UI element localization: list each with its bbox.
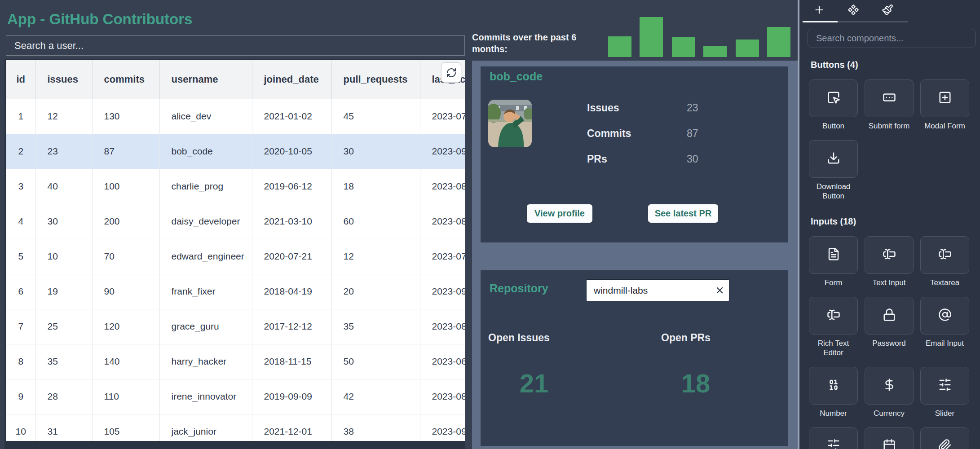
component-card-slider[interactable] bbox=[920, 367, 969, 405]
user-card: bob_code Issues 23 Commits bbox=[481, 66, 788, 242]
table-cell: alice_dev bbox=[159, 99, 252, 134]
component-item: Slider bbox=[920, 367, 969, 427]
column-header-joined_date[interactable]: joined_date bbox=[252, 60, 331, 99]
table-cell: 35 bbox=[35, 344, 92, 379]
component-card-modal-form[interactable] bbox=[920, 79, 969, 117]
component-label: Form bbox=[825, 278, 843, 287]
table-cell: bob_code bbox=[159, 134, 252, 169]
table-cell: 2019-06-12 bbox=[252, 169, 331, 204]
table-cell: 9 bbox=[6, 379, 35, 414]
file-text-icon bbox=[827, 247, 840, 263]
component-card-more[interactable] bbox=[809, 427, 858, 449]
at-sign-icon bbox=[938, 308, 952, 323]
component-card-password[interactable] bbox=[865, 297, 914, 335]
component-card-download-button[interactable] bbox=[809, 140, 858, 178]
table-row[interactable]: 725120grace_guru2017-12-12352023-08 bbox=[6, 309, 465, 344]
component-card-number[interactable] bbox=[809, 367, 858, 405]
view-profile-button[interactable]: View profile bbox=[527, 204, 592, 223]
table-cell: edward_engineer bbox=[159, 239, 252, 274]
table-row[interactable]: 51070edward_engineer2020-07-21122023-07 bbox=[6, 239, 465, 274]
table-cell: 12 bbox=[35, 99, 92, 134]
component-section: Buttons (4) Button Submit form Modal For… bbox=[809, 60, 975, 210]
user-stat-row: Commits 87 bbox=[481, 128, 788, 140]
table-cell: 30 bbox=[331, 134, 420, 169]
table-horizontal-scrollbar[interactable] bbox=[4, 441, 465, 449]
column-header-commits[interactable]: commits bbox=[92, 60, 159, 99]
table-cell: 2023-07 bbox=[420, 239, 465, 274]
component-item: Password bbox=[865, 297, 914, 367]
see-latest-pr-button[interactable]: See latest PR bbox=[648, 204, 718, 223]
component-item: Modal Form bbox=[920, 79, 969, 140]
component-card-more[interactable] bbox=[920, 427, 969, 449]
column-header-issues[interactable]: issues bbox=[35, 60, 92, 99]
table-row[interactable]: 835140harry_hacker2018-11-15502023-06 bbox=[6, 344, 465, 379]
table-cell: 70 bbox=[92, 239, 159, 274]
component-card-form[interactable] bbox=[809, 236, 858, 274]
stat-label: Commits bbox=[587, 128, 631, 140]
section-title: Buttons (4) bbox=[811, 60, 973, 70]
component-label: Rich Text Editor bbox=[809, 339, 858, 357]
component-card-email-input[interactable] bbox=[920, 297, 969, 335]
table-cell: 2023-06 bbox=[420, 344, 465, 379]
contributors-table: idissuescommitsusernamejoined_datepull_r… bbox=[4, 59, 465, 449]
component-item: Text Input bbox=[865, 236, 914, 297]
table-cell: 100 bbox=[92, 169, 159, 204]
user-card-title: bob_code bbox=[490, 70, 543, 83]
table-cell: 2021-01-02 bbox=[252, 99, 331, 134]
tab-underline-track bbox=[838, 21, 908, 22]
table-cell: 6 bbox=[6, 274, 35, 309]
table-row[interactable]: 430200daisy_developer2021-03-10602023-08 bbox=[6, 204, 465, 239]
table-cell: 2023-09 bbox=[420, 134, 465, 169]
table-cell: 19 bbox=[35, 274, 92, 309]
tab-theme[interactable] bbox=[870, 3, 905, 19]
table-cell: 2023-08 bbox=[420, 309, 465, 344]
stat-value: 87 bbox=[687, 128, 698, 140]
table-row[interactable]: 340100charlie_prog2019-06-12182023-08 bbox=[6, 169, 465, 204]
table-cell: 25 bbox=[35, 309, 92, 344]
tab-components-tree[interactable] bbox=[836, 3, 870, 19]
table-row[interactable]: 928110irene_innovator2019-09-09422023-08 bbox=[6, 379, 465, 414]
column-header-pull_requests[interactable]: pull_requests bbox=[331, 60, 420, 99]
component-label: Password bbox=[872, 339, 906, 348]
component-card-button[interactable] bbox=[809, 79, 858, 117]
table-cell: 2017-12-12 bbox=[252, 309, 331, 344]
component-card-text-input[interactable] bbox=[865, 236, 914, 274]
component-label: Button bbox=[822, 121, 844, 131]
table-cell: 30 bbox=[35, 204, 92, 239]
component-item: Currency bbox=[865, 367, 914, 427]
table-row[interactable]: 22387bob_code2020-10-05302023-09 bbox=[6, 134, 465, 169]
table-cell: 8 bbox=[6, 344, 35, 379]
component-card-submit-form[interactable] bbox=[865, 79, 914, 117]
chart-bar bbox=[640, 17, 663, 57]
stat-label: PRs bbox=[587, 153, 607, 165]
table-cell: grace_guru bbox=[159, 309, 252, 344]
text-cursor-input-icon bbox=[938, 247, 952, 263]
table-row[interactable]: 61990frank_fixer2018-04-19202023-09 bbox=[6, 274, 465, 309]
open-issues-value: 21 bbox=[507, 368, 561, 398]
component-card-more[interactable] bbox=[865, 427, 914, 449]
search-user-input[interactable] bbox=[6, 35, 465, 56]
column-header-id[interactable]: id bbox=[6, 60, 35, 99]
table-cell: daisy_developer bbox=[159, 204, 252, 239]
component-card-rich-text-editor[interactable] bbox=[809, 297, 858, 335]
sliders-horizontal-icon bbox=[827, 439, 840, 449]
table-refresh-button[interactable] bbox=[441, 62, 461, 83]
table-cell: 4 bbox=[6, 204, 35, 239]
user-stat-row: Issues 23 bbox=[481, 102, 788, 114]
component-card-currency[interactable] bbox=[865, 367, 914, 405]
component-card-textarea[interactable] bbox=[920, 236, 969, 274]
clear-input-icon[interactable] bbox=[715, 285, 725, 295]
table-cell: 12 bbox=[331, 239, 420, 274]
component-label: Submit form bbox=[869, 121, 910, 131]
table-cell: frank_fixer bbox=[159, 274, 252, 309]
table-cell: irene_innovator bbox=[159, 379, 252, 414]
tab-insert-component[interactable] bbox=[802, 3, 836, 19]
table-row[interactable]: 112130alice_dev2021-01-02452023-07 bbox=[6, 99, 465, 134]
component-item: Form bbox=[809, 236, 858, 297]
repository-input[interactable] bbox=[586, 279, 729, 301]
search-components-input[interactable] bbox=[808, 29, 976, 48]
component-item: Textarea bbox=[920, 236, 969, 297]
component-label: Email Input bbox=[926, 339, 964, 348]
column-header-username[interactable]: username bbox=[159, 60, 252, 99]
table-cell: 45 bbox=[331, 99, 420, 134]
